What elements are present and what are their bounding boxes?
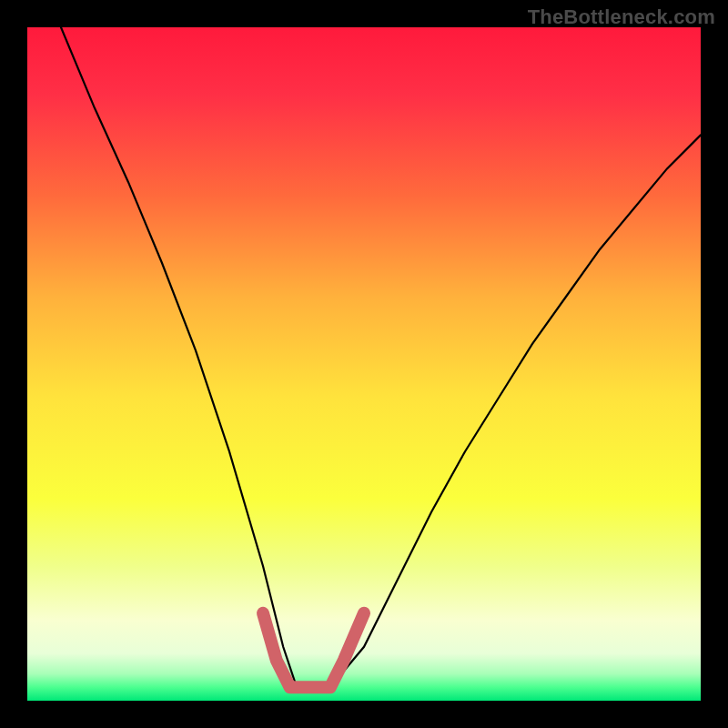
- chart-container: TheBottleneck.com: [0, 0, 728, 728]
- bottleneck-curve: [61, 27, 701, 687]
- plot-area: [27, 27, 701, 701]
- curve-layer: [27, 27, 701, 701]
- watermark-text: TheBottleneck.com: [528, 5, 715, 29]
